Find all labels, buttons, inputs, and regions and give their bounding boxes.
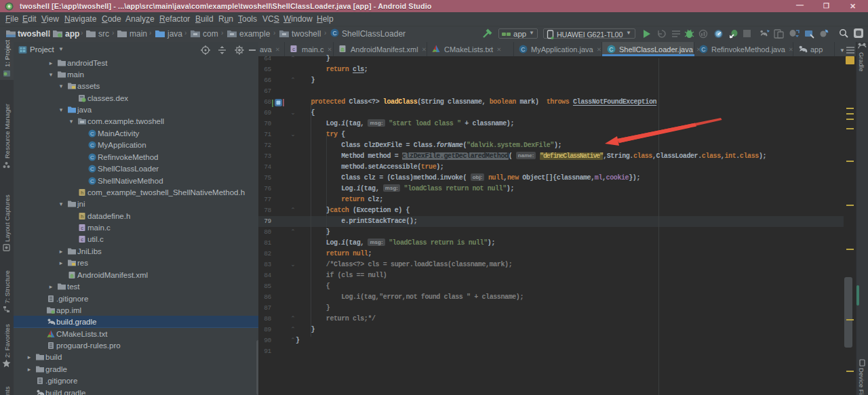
svg-text:C: C	[609, 46, 613, 53]
svg-text:c: c	[81, 236, 83, 243]
svg-text:h: h	[81, 213, 83, 220]
svg-text:C: C	[90, 166, 94, 172]
svg-text:C: C	[90, 154, 94, 161]
svg-text:C: C	[90, 142, 94, 148]
svg-text:C: C	[90, 131, 94, 137]
svg-text:C: C	[701, 46, 705, 53]
svg-text:C: C	[90, 178, 94, 184]
svg-text:c: c	[292, 46, 295, 52]
svg-text:C: C	[332, 30, 336, 37]
svg-text:c: c	[81, 225, 83, 231]
svg-text:h: h	[81, 190, 83, 196]
svg-text:C: C	[521, 46, 525, 53]
